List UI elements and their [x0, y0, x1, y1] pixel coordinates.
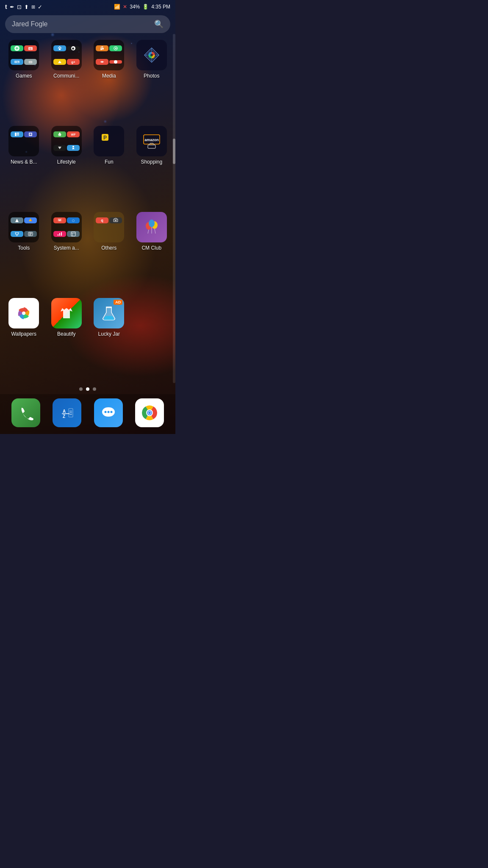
svg-rect-47 — [59, 233, 60, 236]
search-input[interactable]: Jared Fogle — [12, 20, 48, 28]
mini-comm-4: g+ — [67, 59, 80, 65]
app-games[interactable]: G Games — [5, 40, 43, 121]
beautify-label: Beautify — [57, 331, 75, 337]
others-label: Others — [101, 245, 116, 251]
svg-point-29 — [72, 146, 74, 147]
mini-comm-1 — [53, 45, 66, 51]
dock-contacts[interactable]: A Z — [48, 398, 86, 427]
ad-badge: AD — [114, 300, 122, 305]
app-media[interactable]: Media — [90, 40, 128, 121]
mini-news-2 — [24, 131, 37, 137]
signal-icon: ✕ — [123, 4, 127, 10]
svg-rect-48 — [61, 232, 62, 236]
photos-label: Photos — [144, 73, 159, 79]
app-wallpapers[interactable]: Wallpapers — [5, 298, 43, 379]
communication-folder-icon[interactable]: g+ — [51, 40, 82, 70]
others-folder-icon[interactable]: q — [94, 212, 124, 242]
chrome-icon[interactable] — [135, 398, 164, 427]
check-icon: ✓ — [38, 4, 42, 10]
mini-sys-3 — [53, 231, 66, 237]
fun-icon[interactable]: P — [94, 126, 124, 156]
svg-point-3 — [16, 61, 17, 62]
app-news-books[interactable]: News & B... — [5, 126, 43, 207]
svg-point-54 — [115, 220, 116, 221]
page-dot-2[interactable] — [86, 387, 89, 391]
shopping-icon[interactable]: amazon — [136, 126, 167, 156]
app-tools[interactable]: Tools — [5, 212, 43, 293]
mini-oth-1: q — [96, 217, 108, 223]
cmclub-icon[interactable] — [136, 212, 167, 242]
phone-icon[interactable] — [11, 398, 40, 427]
svg-marker-35 — [15, 219, 19, 222]
scrollbar-thumb[interactable] — [173, 139, 175, 164]
svg-point-18 — [103, 61, 104, 62]
svg-point-16 — [101, 61, 103, 63]
mini-life-1 — [53, 131, 66, 137]
svg-text:WF: WF — [71, 133, 76, 136]
svg-rect-62 — [106, 306, 112, 308]
svg-point-79 — [148, 412, 151, 414]
page-dot-1[interactable] — [79, 387, 83, 391]
app-photos[interactable]: Photos — [133, 40, 171, 121]
fun-label: Fun — [105, 159, 114, 165]
mini-life-2: WF — [67, 131, 80, 137]
svg-marker-15 — [115, 47, 117, 49]
mini-oth-2 — [109, 217, 122, 223]
page-indicators — [0, 382, 175, 394]
shopping-label: Shopping — [141, 159, 162, 165]
cmclub-label: CM Club — [141, 245, 161, 251]
scrollbar[interactable] — [173, 34, 175, 383]
svg-text:P: P — [103, 135, 107, 141]
mini-life-3 — [53, 145, 66, 151]
battery-percent: 34% — [130, 4, 140, 10]
beautify-icon[interactable] — [51, 298, 82, 328]
wallpapers-icon[interactable] — [8, 298, 39, 328]
news-books-label: News & B... — [11, 159, 37, 165]
svg-point-6 — [31, 62, 32, 63]
app-luckyjar[interactable]: AD Lucky Jar — [90, 298, 128, 379]
app-communication[interactable]: g+ Communi... — [48, 40, 86, 121]
dock: A Z — [0, 394, 175, 434]
mini-app-3 — [11, 59, 23, 65]
app-fun[interactable]: P Fun — [90, 126, 128, 207]
app-beautify[interactable]: Beautify — [48, 298, 86, 379]
wifi-icon: 📶 — [114, 4, 120, 10]
dock-chrome[interactable] — [131, 398, 169, 427]
tools-folder-icon[interactable] — [8, 212, 39, 242]
mini-sys-2: ⬡ — [67, 217, 80, 223]
mini-app-4 — [24, 59, 37, 65]
media-label: Media — [102, 73, 116, 79]
dock-messages[interactable] — [89, 398, 128, 427]
status-right: 📶 ✕ 34% 🔋 4:35 PM — [114, 4, 170, 10]
news-books-folder-icon[interactable] — [8, 126, 39, 156]
svg-point-73 — [107, 411, 109, 413]
app-system[interactable]: M ⬡ System a... — [48, 212, 86, 293]
app-shopping[interactable]: amazon Shopping — [133, 126, 171, 207]
app-lifestyle[interactable]: WF Lifestyle — [48, 126, 86, 207]
luckyjar-icon[interactable]: AD — [94, 298, 124, 328]
svg-rect-26 — [30, 134, 31, 135]
app-cmclub[interactable]: CM Club — [133, 212, 171, 293]
svg-rect-13 — [101, 47, 103, 47]
search-icon[interactable]: 🔍 — [154, 19, 164, 29]
clock: 4:35 PM — [151, 4, 170, 10]
photos-icon[interactable] — [136, 40, 167, 70]
svg-point-19 — [150, 54, 153, 56]
games-label: Games — [16, 73, 32, 79]
tools-label: Tools — [18, 245, 30, 251]
contacts-icon[interactable]: A Z — [53, 398, 81, 427]
system-folder-icon[interactable]: M ⬡ — [51, 212, 82, 242]
page-dot-3[interactable] — [93, 387, 96, 391]
mini-media-3 — [96, 59, 108, 65]
app-others[interactable]: q Others — [90, 212, 128, 293]
dock-phone[interactable] — [7, 398, 45, 427]
games-folder-icon[interactable]: G — [8, 40, 39, 70]
svg-text:M: M — [58, 219, 61, 222]
messages-icon[interactable] — [94, 398, 123, 427]
search-bar[interactable]: Jared Fogle 🔍 — [5, 15, 170, 33]
media-folder-icon[interactable] — [94, 40, 124, 70]
battery-icon: 🔋 — [142, 4, 149, 10]
svg-rect-27 — [58, 135, 61, 136]
svg-rect-20 — [15, 133, 17, 136]
lifestyle-folder-icon[interactable]: WF — [51, 126, 82, 156]
